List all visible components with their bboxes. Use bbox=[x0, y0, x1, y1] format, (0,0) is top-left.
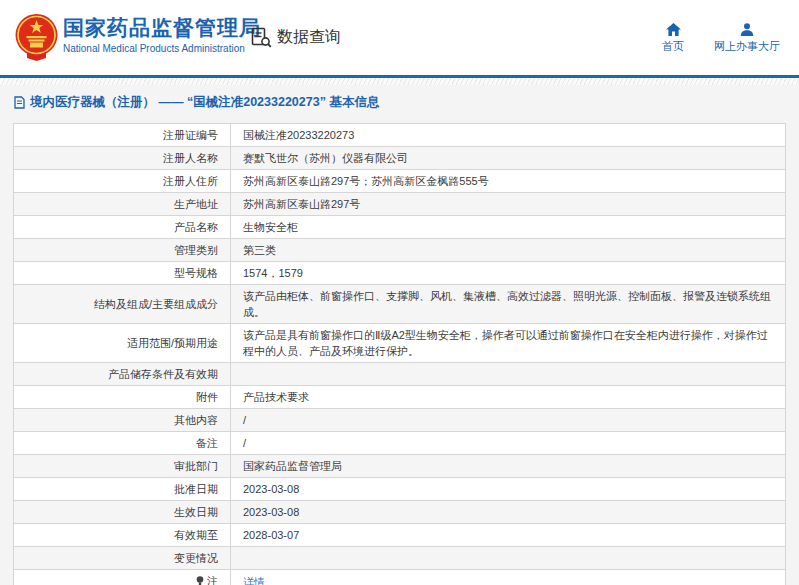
field-value: 2023-03-08 bbox=[231, 478, 786, 501]
field-value: 2028-03-07 bbox=[231, 524, 786, 547]
field-value: 第三类 bbox=[231, 239, 786, 262]
row-change-status: 变更情况 bbox=[14, 547, 786, 570]
field-value: 苏州高新区泰山路297号；苏州高新区金枫路555号 bbox=[231, 170, 786, 193]
home-icon bbox=[666, 23, 681, 36]
field-value: / bbox=[231, 432, 786, 455]
row-expiry-date: 有效期至 2028-03-07 bbox=[14, 524, 786, 547]
breadcrumb: 境内医疗器械（注册） —— “国械注准20233220273” 基本信息 bbox=[0, 85, 799, 111]
row-registration-number: 注册证编号 国械注准20233220273 bbox=[14, 124, 786, 147]
field-label: 产品名称 bbox=[14, 216, 231, 239]
org-title-block: 国家药品监督管理局 National Medical Products Admi… bbox=[63, 16, 261, 54]
field-value: 赛默飞世尔（苏州）仪器有限公司 bbox=[231, 147, 786, 170]
row-model-spec: 型号规格 1574，1579 bbox=[14, 262, 786, 285]
field-label: 注册人名称 bbox=[14, 147, 231, 170]
row-production-address: 生产地址 苏州高新区泰山路297号 bbox=[14, 193, 786, 216]
field-label: 变更情况 bbox=[14, 547, 231, 570]
field-label: 生产地址 bbox=[14, 193, 231, 216]
field-label: 有效期至 bbox=[14, 524, 231, 547]
field-value: 生物安全柜 bbox=[231, 216, 786, 239]
data-query-label: 数据查询 bbox=[277, 27, 341, 48]
row-approval-date: 批准日期 2023-03-08 bbox=[14, 478, 786, 501]
field-value: 国家药品监督管理局 bbox=[231, 455, 786, 478]
field-label: 批准日期 bbox=[14, 478, 231, 501]
breadcrumb-text: 境内医疗器械（注册） —— “国械注准20233220273” 基本信息 bbox=[30, 94, 379, 111]
main-content: 境内医疗器械（注册） —— “国械注准20233220273” 基本信息 注册证… bbox=[0, 85, 799, 585]
field-label: 其他内容 bbox=[14, 409, 231, 432]
row-registrant-address: 注册人住所 苏州高新区泰山路297号；苏州高新区金枫路555号 bbox=[14, 170, 786, 193]
hatched-strip bbox=[0, 78, 799, 85]
row-intended-use: 适用范围/预期用途 该产品是具有前窗操作口的Ⅱ级A2型生物安全柜，操作者可以通过… bbox=[14, 324, 786, 363]
note-label: 注 bbox=[207, 573, 218, 585]
field-label: 备注 bbox=[14, 432, 231, 455]
field-value: 该产品是具有前窗操作口的Ⅱ级A2型生物安全柜，操作者可以通过前窗操作口在安全柜内… bbox=[231, 324, 786, 363]
row-management-category: 管理类别 第三类 bbox=[14, 239, 786, 262]
field-value: 产品技术要求 bbox=[231, 386, 786, 409]
user-icon bbox=[740, 23, 754, 36]
field-label: 管理类别 bbox=[14, 239, 231, 262]
field-label: 注册人住所 bbox=[14, 170, 231, 193]
nav-online-hall-label: 网上办事大厅 bbox=[714, 39, 780, 54]
field-value: 2023-03-08 bbox=[231, 501, 786, 524]
header-nav: 首页 网上办事大厅 bbox=[662, 23, 780, 54]
field-value bbox=[231, 363, 786, 386]
field-label: 产品储存条件及有效期 bbox=[14, 363, 231, 386]
field-label: 型号规格 bbox=[14, 262, 231, 285]
field-label: 审批部门 bbox=[14, 455, 231, 478]
data-query-section[interactable]: 数据查询 bbox=[251, 27, 341, 48]
field-label: 附件 bbox=[14, 386, 231, 409]
nav-home[interactable]: 首页 bbox=[662, 23, 684, 54]
field-value: 1574，1579 bbox=[231, 262, 786, 285]
details-link[interactable]: 详情 bbox=[243, 576, 265, 585]
row-remarks: 备注 / bbox=[14, 432, 786, 455]
field-label: 生效日期 bbox=[14, 501, 231, 524]
row-effective-date: 生效日期 2023-03-08 bbox=[14, 501, 786, 524]
field-value: 详情 bbox=[231, 570, 786, 585]
row-note: 注 详情 bbox=[14, 570, 786, 585]
field-value: 苏州高新区泰山路297号 bbox=[231, 193, 786, 216]
field-label: 结构及组成/主要组成成分 bbox=[14, 285, 231, 324]
nav-online-hall[interactable]: 网上办事大厅 bbox=[714, 23, 780, 54]
row-attachment: 附件 产品技术要求 bbox=[14, 386, 786, 409]
field-label: 注册证编号 bbox=[14, 124, 231, 147]
registration-detail-table: 注册证编号 国械注准20233220273 注册人名称 赛默飞世尔（苏州）仪器有… bbox=[13, 123, 786, 585]
field-value: 国械注准20233220273 bbox=[231, 124, 786, 147]
field-label: 注 bbox=[14, 570, 231, 585]
row-product-name: 产品名称 生物安全柜 bbox=[14, 216, 786, 239]
row-structure-composition: 结构及组成/主要组成成分 该产品由柜体、前窗操作口、支撑脚、风机、集液槽、高效过… bbox=[14, 285, 786, 324]
field-value bbox=[231, 547, 786, 570]
row-approval-department: 审批部门 国家药品监督管理局 bbox=[14, 455, 786, 478]
document-search-icon bbox=[251, 27, 272, 48]
field-label: 适用范围/预期用途 bbox=[14, 324, 231, 363]
file-icon bbox=[14, 96, 25, 109]
field-value: 该产品由柜体、前窗操作口、支撑脚、风机、集液槽、高效过滤器、照明光源、控制面板、… bbox=[231, 285, 786, 324]
nav-home-label: 首页 bbox=[662, 39, 684, 54]
field-value: / bbox=[231, 409, 786, 432]
national-emblem-logo bbox=[14, 12, 59, 62]
row-registrant-name: 注册人名称 赛默飞世尔（苏州）仪器有限公司 bbox=[14, 147, 786, 170]
org-name-en: National Medical Products Administration bbox=[63, 43, 261, 54]
note-icon bbox=[196, 576, 204, 585]
row-other-content: 其他内容 / bbox=[14, 409, 786, 432]
site-header: 国家药品监督管理局 National Medical Products Admi… bbox=[0, 0, 799, 75]
org-name-cn: 国家药品监督管理局 bbox=[63, 16, 261, 40]
row-storage-conditions: 产品储存条件及有效期 bbox=[14, 363, 786, 386]
